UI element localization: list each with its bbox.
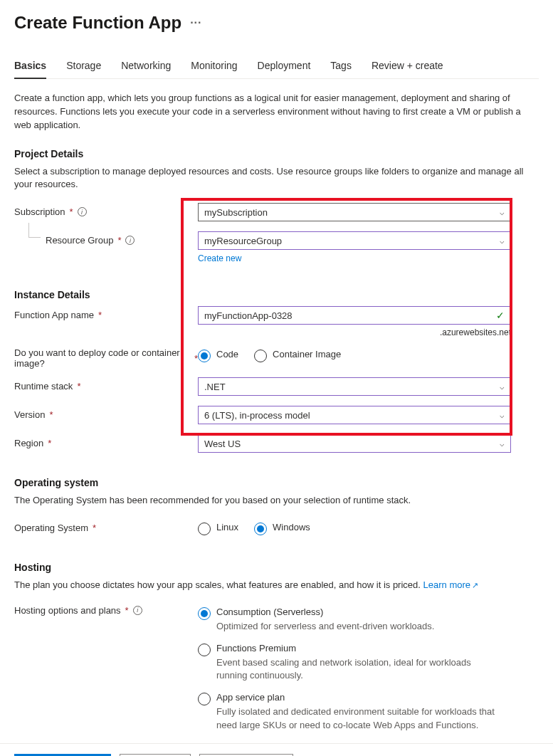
required-asterisk: * [125, 605, 129, 616]
chevron-down-icon: ⌵ [500, 236, 505, 246]
radio-consumption[interactable]: Consumption (Serverless) Optimized for s… [198, 607, 511, 633]
deploy-type-label: Do you want to deploy code or container … [14, 346, 198, 369]
radio-app-service-plan-label: App service plan [216, 692, 501, 703]
resource-group-label: Resource Group * i [14, 231, 198, 246]
version-select[interactable]: 6 (LTS), in-process model ⌵ [198, 406, 511, 424]
subscription-select[interactable]: mySubscription ⌵ [198, 203, 511, 221]
info-icon[interactable]: i [78, 207, 87, 216]
required-asterisk: * [48, 438, 51, 448]
radio-app-service-plan[interactable]: App service plan Fully isolated and dedi… [198, 692, 511, 731]
os-desc: The Operating System has been recommende… [14, 494, 527, 508]
chevron-down-icon: ⌵ [500, 382, 505, 392]
version-label: Version * [14, 406, 198, 420]
required-asterisk: * [117, 235, 121, 246]
radio-windows-label: Windows [273, 522, 310, 532]
page-title-text: Create Function App [14, 13, 181, 33]
radio-linux-label: Linux [216, 522, 238, 532]
footer-bar: Review + create < Previous Next : Storag… [0, 743, 553, 756]
os-label: Operating System * [14, 519, 198, 533]
radio-icon [198, 644, 211, 656]
resource-group-select[interactable]: myResourceGroup ⌵ [198, 231, 511, 250]
radio-functions-premium-desc: Event based scaling and network isolatio… [216, 656, 501, 682]
page-title: Create Function App ··· [14, 13, 539, 33]
tab-networking[interactable]: Networking [121, 60, 171, 78]
radio-app-service-plan-desc: Fully isolated and dedicated environment… [216, 705, 501, 731]
hosting-heading: Hosting [14, 562, 539, 573]
instance-details-heading: Instance Details [14, 289, 539, 300]
tab-tags[interactable]: Tags [330, 60, 352, 78]
radio-icon [254, 523, 267, 535]
hosting-options-label: Hosting options and plans * i [14, 604, 198, 616]
radio-icon [198, 523, 211, 535]
required-asterisk: * [93, 523, 96, 533]
intro-text: Create a function app, which lets you gr… [14, 92, 527, 132]
tabs-bar: Basics Storage Networking Monitoring Dep… [14, 60, 539, 79]
runtime-stack-label: Runtime stack * [14, 377, 198, 392]
radio-functions-premium[interactable]: Functions Premium Event based scaling an… [198, 643, 511, 682]
resource-group-value: myResourceGroup [204, 236, 282, 246]
function-app-name-field[interactable] [204, 310, 496, 321]
radio-icon [254, 350, 267, 362]
required-asterisk: * [98, 310, 102, 320]
radio-functions-premium-label: Functions Premium [216, 643, 501, 653]
radio-container-image-label: Container Image [273, 349, 341, 359]
chevron-down-icon: ⌵ [500, 439, 505, 448]
version-value: 6 (LTS), in-process model [204, 410, 310, 421]
chevron-down-icon: ⌵ [500, 411, 505, 420]
tab-deployment[interactable]: Deployment [258, 60, 311, 78]
project-details-desc: Select a subscription to manage deployed… [14, 165, 527, 192]
radio-icon [198, 350, 211, 362]
function-app-name-label: Function App name * [14, 306, 198, 320]
required-asterisk: * [77, 381, 80, 392]
os-heading: Operating system [14, 477, 539, 488]
subscription-label: Subscription * i [14, 203, 198, 217]
radio-code-label: Code [216, 349, 238, 359]
radio-consumption-label: Consumption (Serverless) [216, 607, 434, 617]
radio-linux[interactable]: Linux [198, 522, 238, 535]
project-details-heading: Project Details [14, 148, 539, 159]
required-asterisk: * [49, 409, 53, 420]
runtime-stack-value: .NET [204, 382, 226, 392]
external-link-icon: ↗ [472, 581, 478, 589]
region-select[interactable]: West US ⌵ [198, 434, 511, 453]
region-value: West US [204, 439, 241, 449]
radio-icon [198, 607, 211, 620]
region-label: Region * [14, 434, 198, 448]
domain-suffix-text: .azurewebsites.net [198, 327, 511, 337]
info-icon[interactable]: i [125, 236, 135, 245]
radio-windows[interactable]: Windows [254, 522, 310, 535]
tab-basics[interactable]: Basics [14, 60, 46, 78]
tab-storage[interactable]: Storage [66, 60, 101, 78]
check-icon: ✓ [496, 310, 505, 321]
create-new-link[interactable]: Create new [198, 253, 241, 263]
tab-monitoring[interactable]: Monitoring [191, 60, 237, 78]
learn-more-link[interactable]: Learn more↗ [423, 579, 478, 590]
radio-code[interactable]: Code [198, 349, 238, 362]
subscription-value: mySubscription [204, 207, 268, 218]
radio-consumption-desc: Optimized for serverless and event-drive… [216, 620, 434, 633]
chevron-down-icon: ⌵ [500, 208, 505, 217]
hosting-desc: The plan you choose dictates how your ap… [14, 579, 527, 592]
runtime-stack-select[interactable]: .NET ⌵ [198, 377, 511, 396]
more-actions-icon[interactable]: ··· [190, 16, 201, 29]
info-icon[interactable]: i [133, 606, 142, 615]
required-asterisk: * [70, 206, 73, 217]
function-app-name-input[interactable]: ✓ [198, 306, 511, 325]
radio-container-image[interactable]: Container Image [254, 349, 341, 362]
tab-review-create[interactable]: Review + create [372, 60, 443, 78]
radio-icon [198, 693, 211, 705]
